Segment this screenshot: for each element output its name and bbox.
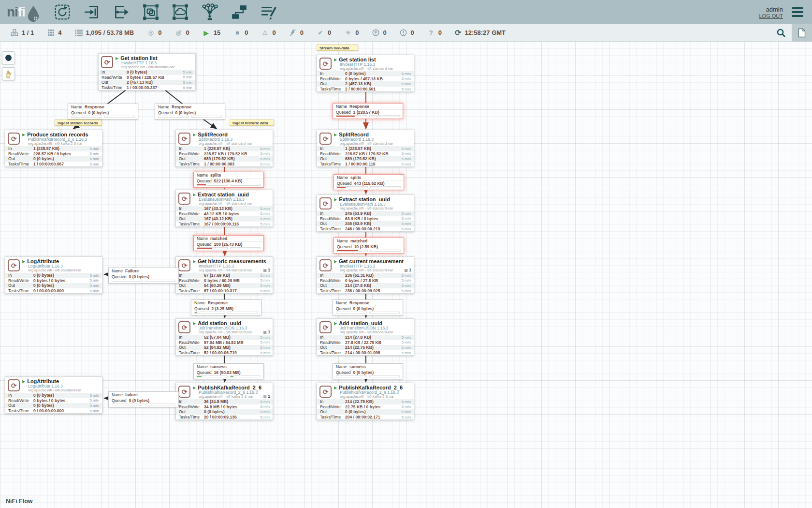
label-icon[interactable] xyxy=(260,3,278,21)
connection-label[interactable]: Namematched Queued10 (2.59 KB) xyxy=(334,238,404,254)
canvas-label[interactable]: Stream live-data xyxy=(317,45,358,51)
processor-node[interactable]: ⟳ ▶Get station list InvokeHTTP 1.16.3 or… xyxy=(317,55,414,92)
exclamation-circle-icon xyxy=(400,29,407,37)
connection-label[interactable]: NameResponse Queued1 (228.57 KB) xyxy=(333,103,403,119)
processor-bundle: org.apache.nifi - nifi-standard-nar xyxy=(340,67,412,71)
active-threads-badge: ▦ 1 xyxy=(263,329,270,334)
queue-count-bar xyxy=(337,250,368,252)
current-user: admin xyxy=(759,6,783,13)
queue-count-bar xyxy=(71,116,102,118)
queue-size-bar xyxy=(104,116,135,118)
top-toolbar: nifi admin LOG OUT xyxy=(0,0,812,24)
logo-text-ni: ni xyxy=(7,4,18,19)
navigate-palette-button[interactable] xyxy=(2,51,15,64)
stop-icon: ■ xyxy=(233,29,241,37)
process-group-icon[interactable] xyxy=(142,3,160,21)
processor-bundle: org.apache.nifi - nifi-standard-nar xyxy=(340,142,412,146)
global-menu-icon[interactable] xyxy=(790,5,805,19)
connection-label[interactable]: NameResponse Queued0 (0 bytes) xyxy=(333,299,403,315)
processor-node[interactable]: ⟳ ▶Extract station_uuid EvaluateJsonPath… xyxy=(317,194,414,232)
breadcrumb[interactable]: NiFi Flow xyxy=(6,498,33,505)
processor-node[interactable]: ⟳ ▶SplitRecord SplitRecord 1.16.3 org.ap… xyxy=(175,130,273,167)
processor-node[interactable]: ⟳ ▶Get current measurement InvokeHTTP 1.… xyxy=(317,256,414,294)
connection-label[interactable]: NameFailure Queued0 (0 bytes) xyxy=(108,268,179,284)
last-refresh[interactable]: ⟳ 12:58:27 GMT xyxy=(455,28,506,37)
flow-canvas[interactable]: Stream live-data Ingest station records … xyxy=(0,42,812,508)
connection-label[interactable]: NameResponse Queued0 (0 bytes) xyxy=(155,104,225,120)
component-toolbar xyxy=(53,3,278,21)
processor-node[interactable]: ⟳ ▶Extract station_uuid EvaluateJsonPath… xyxy=(175,190,273,227)
queue-size-bar xyxy=(230,184,261,186)
queue-count-bar xyxy=(197,247,228,249)
connection-label[interactable]: Namefailure Queued0 (0 bytes) xyxy=(108,391,179,407)
queued-status: 1,095 / 53.78 MB xyxy=(75,29,134,37)
connection-label[interactable]: Namesuccess Queued0 (0 bytes) xyxy=(333,363,403,379)
processor-icon: ⟳ xyxy=(178,193,190,205)
operate-palette-button[interactable] xyxy=(2,67,15,80)
funnel-icon[interactable] xyxy=(201,3,219,21)
processor-bundle: org.apache.nifi - nifi-standard-nar xyxy=(121,65,193,69)
output-port-icon[interactable] xyxy=(112,3,130,21)
connection-label[interactable]: NameResponse Queued0 (0 bytes) xyxy=(68,104,138,120)
processor-node[interactable]: ⟳ ▶Get historic measurements InvokeHTTP … xyxy=(175,256,273,294)
search-button[interactable] xyxy=(770,24,792,42)
queue-count-bar xyxy=(158,116,189,118)
processor-node[interactable]: ⟳ ▶LogAttribute LogAttribute 1.16.3 org.… xyxy=(5,256,102,294)
template-icon[interactable] xyxy=(230,3,248,21)
connection-label[interactable]: NameResponse Queued2 (3.25 MB) xyxy=(191,299,261,315)
flow-settings-button[interactable] xyxy=(792,24,812,42)
run-status-icon: ▶ xyxy=(334,386,337,390)
processor-node[interactable]: ⟳ ▶Add station_uuid JoltTransformJSON 1.… xyxy=(175,318,273,356)
processor-node[interactable]: ⟳ ▶PublishKafkaRecord_2_6 PublishKafkaRe… xyxy=(317,383,414,420)
stale-status: 0 xyxy=(372,29,386,37)
processor-node[interactable]: ⟳ ▶Produce station records PublishKafkaR… xyxy=(5,130,102,167)
connection-label[interactable]: Namematched Queued100 (25.43 KB) xyxy=(193,235,264,251)
processor-icon: ⟳ xyxy=(319,197,332,209)
processor-node[interactable]: ⟳ ▶SplitRecord SplitRecord 1.16.3 org.ap… xyxy=(317,130,414,167)
processor-icon: ⟳ xyxy=(8,379,20,391)
run-status-icon: ▶ xyxy=(22,260,25,264)
queue-size-bar xyxy=(191,116,222,118)
run-status-icon: ▶ xyxy=(334,198,337,202)
run-status-icon: ▶ xyxy=(22,133,25,137)
queue-count-bar xyxy=(336,312,367,314)
hand-icon xyxy=(4,70,13,78)
processor-node[interactable]: ⟳ ▶PublishKafkaRecord_2_6 PublishKafkaRe… xyxy=(175,383,273,420)
connection-label[interactable]: Namesplits Queued522 (136.4 KB) xyxy=(193,172,264,188)
logout-link[interactable]: LOG OUT xyxy=(759,13,783,19)
queue-size-bar xyxy=(370,186,401,188)
logo-text-fi: fi xyxy=(18,4,25,19)
canvas-label[interactable]: Ingest station records xyxy=(55,120,102,126)
disabled-status: 0 xyxy=(289,29,304,37)
running-status: ▶ 15 xyxy=(203,29,220,37)
refresh-icon[interactable]: ⟳ xyxy=(455,28,461,37)
run-status-icon: ▶ xyxy=(193,322,196,326)
processor-bundle: org.apache.nifi - nifi-standard-nar xyxy=(199,269,271,272)
stopped-status: ■ 0 xyxy=(233,29,248,37)
remote-process-group-icon[interactable] xyxy=(171,3,189,21)
processor-node[interactable]: ⟳ ▶LogAttribute LogAttribute 1.16.3 org.… xyxy=(5,376,102,414)
queued-list-icon xyxy=(75,29,83,37)
processor-icon[interactable] xyxy=(53,3,72,21)
processor-node[interactable]: ⟳ ▶Add station_uuid JoltTransformJSON 1.… xyxy=(317,318,414,356)
connection-label[interactable]: Namesplits Queued443 (115.62 KB) xyxy=(334,174,404,190)
processor-bundle: org.apache.nifi - nifi-standard-nar xyxy=(28,269,100,272)
processor-icon: ⟳ xyxy=(178,259,190,271)
processor-icon: ⟳ xyxy=(319,58,332,70)
queue-count-bar xyxy=(194,312,225,314)
input-port-icon[interactable] xyxy=(83,3,101,21)
processor-node[interactable]: ⟳ ▶Get station list InvokeHTTP 1.16.3 or… xyxy=(98,53,196,90)
processor-icon: ⟳ xyxy=(101,56,113,68)
locally-modified-status: ✳ 0 xyxy=(344,29,359,37)
canvas-label[interactable]: Ingest historic data xyxy=(230,120,274,126)
queue-size-bar xyxy=(370,250,401,252)
connection-label[interactable]: Namesuccess Queued16 (50.03 MB) xyxy=(193,363,264,379)
run-status-icon: ▶ xyxy=(116,57,118,60)
run-status-icon: ▶ xyxy=(193,193,196,197)
processor-bundle: org.apache.nifi - nifi-kafka-2-6-nar xyxy=(340,395,412,399)
queue-size-bar xyxy=(145,280,176,282)
processor-icon: ⟳ xyxy=(8,133,20,145)
arrow-up-circle-icon xyxy=(372,29,379,37)
invalid-status: ⚠ 0 xyxy=(261,29,276,37)
not-transmitting-icon: ◎ xyxy=(175,29,183,37)
